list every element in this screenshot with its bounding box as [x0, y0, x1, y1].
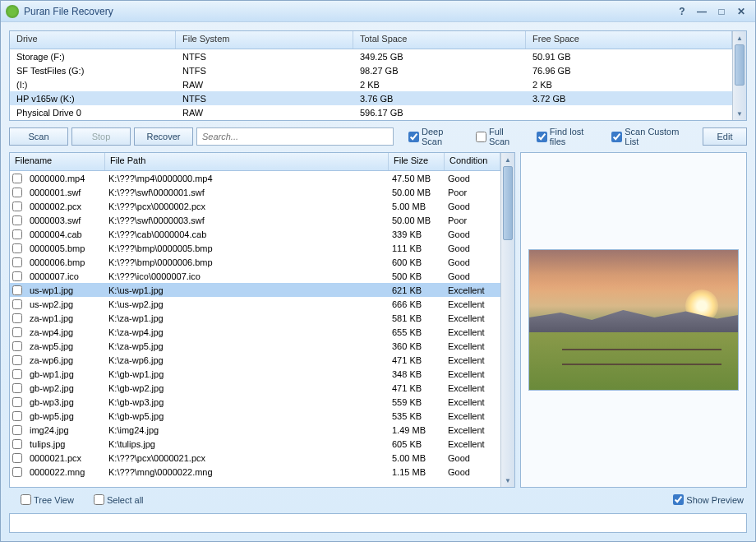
deep-scan-checkbox[interactable]: Deep Scan: [408, 127, 464, 146]
stop-button[interactable]: Stop: [71, 127, 131, 146]
file-condition: Good: [445, 257, 500, 267]
file-condition: Good: [445, 271, 500, 281]
scroll-up-icon[interactable]: ▲: [501, 153, 514, 166]
file-row[interactable]: img24.jpgK:\img24.jpg1.49 MBExcellent: [10, 423, 500, 437]
file-row[interactable]: 0000006.bmpK:\???\bmp\0000006.bmp600 KBG…: [10, 255, 500, 269]
drive-row[interactable]: (I:)RAW2 KB2 KB: [10, 77, 732, 91]
file-checkbox[interactable]: [12, 285, 23, 295]
file-row[interactable]: 0000007.icoK:\???\ico\0000007.ico500 KBG…: [10, 269, 500, 283]
file-checkbox[interactable]: [12, 202, 23, 211]
file-condition: Good: [445, 453, 500, 463]
file-checkbox[interactable]: [12, 271, 23, 281]
minimize-button[interactable]: —: [693, 5, 711, 18]
file-checkbox[interactable]: [12, 327, 23, 337]
file-path: K:\???\ico\0000007.ico: [105, 271, 389, 281]
help-button[interactable]: ?: [673, 5, 691, 18]
find-lost-files-checkbox[interactable]: Find lost files: [537, 127, 600, 146]
col-free-space[interactable]: Free Space: [526, 31, 732, 49]
file-checkbox[interactable]: [12, 215, 23, 225]
file-condition: Excellent: [445, 313, 500, 323]
file-checkbox[interactable]: [12, 397, 23, 407]
file-checkbox[interactable]: [12, 341, 23, 351]
file-row[interactable]: 0000000.mp4K:\???\mp4\0000000.mp447.50 M…: [10, 171, 500, 185]
file-row[interactable]: 0000005.bmpK:\???\bmp\0000005.bmp111 KBG…: [10, 241, 500, 255]
file-checkbox[interactable]: [12, 229, 23, 239]
file-name: gb-wp5.jpg: [26, 411, 105, 421]
scroll-up-icon[interactable]: ▲: [733, 31, 746, 44]
scrollbar-thumb[interactable]: [503, 166, 513, 240]
file-row[interactable]: 0000022.mngK:\???\mng\0000022.mng1.15 MB…: [10, 465, 500, 479]
drive-total: 3.76 GB: [353, 93, 526, 104]
file-checkbox[interactable]: [12, 439, 23, 449]
drive-fs: NTFS: [176, 65, 353, 76]
file-checkbox[interactable]: [12, 243, 23, 253]
edit-button[interactable]: Edit: [703, 127, 747, 146]
file-row[interactable]: gb-wp1.jpgK:\gb-wp1.jpg348 KBExcellent: [10, 367, 500, 381]
tree-view-checkbox[interactable]: Tree View: [21, 494, 74, 505]
file-checkbox[interactable]: [12, 257, 23, 267]
file-path: K:\za-wp4.jpg: [105, 327, 389, 337]
file-row[interactable]: za-wp1.jpgK:\za-wp1.jpg581 KBExcellent: [10, 311, 500, 325]
drive-row[interactable]: Physical Drive 0RAW596.17 GB: [10, 105, 732, 119]
file-name: 0000007.ico: [26, 271, 105, 281]
scan-button[interactable]: Scan: [9, 127, 68, 146]
file-checkbox[interactable]: [12, 188, 23, 197]
drive-row[interactable]: Storage (F:)NTFS349.25 GB50.91 GB: [10, 49, 732, 63]
col-condition[interactable]: Condition: [445, 153, 500, 170]
titlebar[interactable]: Puran File Recovery ? — □ ✕: [1, 1, 755, 22]
file-checkbox[interactable]: [12, 425, 23, 435]
file-row[interactable]: za-wp5.jpgK:\za-wp5.jpg360 KBExcellent: [10, 339, 500, 353]
file-checkbox[interactable]: [12, 369, 23, 379]
file-checkbox[interactable]: [12, 174, 23, 183]
file-row[interactable]: 0000001.swfK:\???\swf\0000001.swf50.00 M…: [10, 185, 500, 199]
file-row[interactable]: gb-wp5.jpgK:\gb-wp5.jpg535 KBExcellent: [10, 409, 500, 423]
file-row[interactable]: za-wp4.jpgK:\za-wp4.jpg655 KBExcellent: [10, 325, 500, 339]
drive-row[interactable]: HP v165w (K:)NTFS3.76 GB3.72 GB: [10, 91, 732, 105]
file-row[interactable]: us-wp1.jpgK:\us-wp1.jpg621 KBExcellent: [10, 283, 500, 297]
col-filepath[interactable]: File Path: [105, 153, 389, 170]
file-size: 581 KB: [389, 313, 445, 323]
file-row[interactable]: 0000004.cabK:\???\cab\0000004.cab339 KBG…: [10, 227, 500, 241]
scroll-down-icon[interactable]: ▼: [501, 474, 514, 487]
file-row[interactable]: gb-wp2.jpgK:\gb-wp2.jpg471 KBExcellent: [10, 381, 500, 395]
recover-button[interactable]: Recover: [134, 127, 193, 146]
full-scan-checkbox[interactable]: Full Scan: [476, 127, 525, 146]
scroll-down-icon[interactable]: ▼: [733, 107, 746, 120]
search-input[interactable]: [196, 127, 394, 146]
col-total-space[interactable]: Total Space: [353, 31, 526, 49]
file-row[interactable]: 0000002.pcxK:\???\pcx\0000002.pcx5.00 MB…: [10, 199, 500, 213]
file-row[interactable]: za-wp6.jpgK:\za-wp6.jpg471 KBExcellent: [10, 353, 500, 367]
scrollbar-thumb[interactable]: [735, 44, 744, 86]
file-row[interactable]: us-wp2.jpgK:\us-wp2.jpg666 KBExcellent: [10, 297, 500, 311]
col-filesize[interactable]: File Size: [389, 153, 445, 170]
col-filename[interactable]: Filename: [10, 153, 105, 170]
file-row[interactable]: 0000021.pcxK:\???\pcx\0000021.pcx5.00 MB…: [10, 451, 500, 465]
file-size: 1.49 MB: [389, 425, 445, 435]
file-checkbox[interactable]: [12, 467, 23, 477]
file-checkbox[interactable]: [12, 411, 23, 421]
files-scrollbar[interactable]: ▲ ▼: [500, 153, 514, 487]
drive-row[interactable]: SF TestFiles (G:)NTFS98.27 GB76.96 GB: [10, 63, 732, 77]
col-filesystem[interactable]: File System: [176, 31, 353, 49]
file-row[interactable]: tulips.jpgK:\tulips.jpg605 KBExcellent: [10, 437, 500, 451]
show-preview-checkbox[interactable]: Show Preview: [673, 494, 744, 505]
close-button[interactable]: ✕: [732, 5, 750, 18]
col-drive[interactable]: Drive: [10, 31, 176, 49]
maximize-button[interactable]: □: [712, 5, 731, 18]
status-bar: [9, 513, 747, 533]
file-path: K:\???\pcx\0000021.pcx: [105, 453, 389, 463]
scan-custom-list-checkbox[interactable]: Scan Custom List: [611, 127, 693, 146]
file-name: 0000001.swf: [26, 188, 105, 197]
window-title: Puran File Recovery: [24, 6, 113, 17]
file-checkbox[interactable]: [12, 355, 23, 365]
file-checkbox[interactable]: [12, 313, 23, 323]
file-condition: Excellent: [445, 327, 500, 337]
drives-scrollbar[interactable]: ▲ ▼: [732, 31, 746, 120]
file-checkbox[interactable]: [12, 299, 23, 309]
file-row[interactable]: gb-wp3.jpgK:\gb-wp3.jpg559 KBExcellent: [10, 395, 500, 409]
select-all-checkbox[interactable]: Select all: [94, 494, 144, 505]
file-checkbox[interactable]: [12, 383, 23, 393]
file-checkbox[interactable]: [12, 453, 23, 463]
file-path: K:\za-wp1.jpg: [105, 313, 389, 323]
file-row[interactable]: 0000003.swfK:\???\swf\0000003.swf50.00 M…: [10, 213, 500, 227]
